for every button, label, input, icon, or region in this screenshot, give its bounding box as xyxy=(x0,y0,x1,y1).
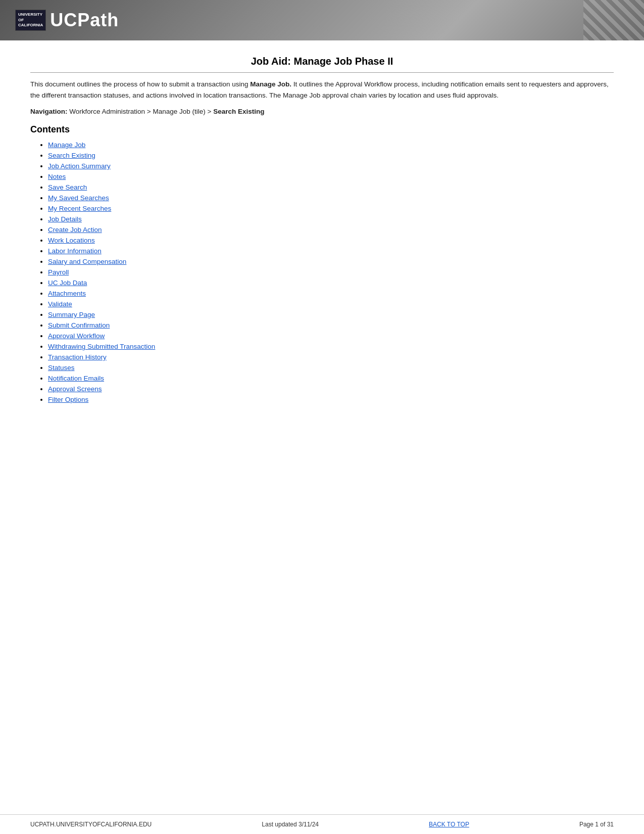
footer-last-updated: Last updated 3/11/24 xyxy=(262,821,319,828)
toc-item: Job Details xyxy=(48,215,614,223)
toc-item: My Recent Searches xyxy=(48,205,614,212)
content-area: Job Aid: Manage Job Phase II This docume… xyxy=(0,40,644,814)
ucpath-logo: UCPath xyxy=(50,10,119,31)
toc-item: Validate xyxy=(48,300,614,308)
toc-link-20[interactable]: Transaction History xyxy=(48,353,107,361)
toc-item: Notification Emails xyxy=(48,375,614,382)
back-to-top-link[interactable]: BACK TO TOP xyxy=(429,821,469,828)
toc-link-4[interactable]: Save Search xyxy=(48,183,87,191)
toc-link-8[interactable]: Create Job Action xyxy=(48,226,102,234)
description: This document outlines the process of ho… xyxy=(30,79,614,101)
toc-link-9[interactable]: Work Locations xyxy=(48,237,95,244)
toc-link-23[interactable]: Approval Screens xyxy=(48,385,102,393)
toc-link-2[interactable]: Job Action Summary xyxy=(48,162,111,170)
toc-link-15[interactable]: Validate xyxy=(48,300,72,308)
logo-block: UNIVERSITYOFCALIFORNIA UCPath xyxy=(15,10,119,31)
toc-item: Notes xyxy=(48,173,614,180)
toc-item: Submit Confirmation xyxy=(48,321,614,329)
toc-item: Attachments xyxy=(48,290,614,297)
toc-link-19[interactable]: Withdrawing Submitted Transaction xyxy=(48,343,155,350)
manage-job-bold: Manage Job. xyxy=(250,80,291,88)
toc-item: Create Job Action xyxy=(48,226,614,234)
contents-heading: Contents xyxy=(30,124,614,135)
toc-link-11[interactable]: Salary and Compensation xyxy=(48,258,126,265)
toc-item: Save Search xyxy=(48,183,614,191)
nav-text: Workforce Administration > Manage Job (t… xyxy=(69,108,213,115)
toc-list: Manage JobSearch ExistingJob Action Summ… xyxy=(30,141,614,403)
toc-item: Salary and Compensation xyxy=(48,258,614,265)
toc-link-12[interactable]: Payroll xyxy=(48,268,69,276)
toc-link-17[interactable]: Submit Confirmation xyxy=(48,321,110,329)
toc-item: UC Job Data xyxy=(48,279,614,287)
toc-item: Search Existing xyxy=(48,152,614,159)
toc-link-13[interactable]: UC Job Data xyxy=(48,279,87,287)
toc-item: My Saved Searches xyxy=(48,194,614,202)
toc-link-21[interactable]: Statuses xyxy=(48,364,75,372)
toc-item: Transaction History xyxy=(48,353,614,361)
toc-link-7[interactable]: Job Details xyxy=(48,215,82,223)
toc-item: Manage Job xyxy=(48,141,614,149)
navigation-line: Navigation: Workforce Administration > M… xyxy=(30,108,614,115)
toc-link-24[interactable]: Filter Options xyxy=(48,396,88,403)
nav-bold: Search Existing xyxy=(213,108,264,115)
toc-link-16[interactable]: Summary Page xyxy=(48,311,95,318)
toc-link-14[interactable]: Attachments xyxy=(48,290,86,297)
page-wrapper: UNIVERSITYOFCALIFORNIA UCPath Job Aid: M… xyxy=(0,0,644,834)
toc-link-3[interactable]: Notes xyxy=(48,173,66,180)
toc-item: Labor Information xyxy=(48,247,614,255)
footer-website: UCPATH.UNIVERSITYOFCALIFORNIA.EDU xyxy=(30,821,152,828)
toc-link-18[interactable]: Approval Workflow xyxy=(48,332,105,340)
university-badge: UNIVERSITYOFCALIFORNIA xyxy=(15,10,46,30)
footer-page-info: Page 1 of 31 xyxy=(579,821,614,828)
toc-link-0[interactable]: Manage Job xyxy=(48,141,85,149)
toc-item: Payroll xyxy=(48,268,614,276)
description-intro: This document outlines the process of ho… xyxy=(30,80,250,88)
toc-item: Job Action Summary xyxy=(48,162,614,170)
toc-link-10[interactable]: Labor Information xyxy=(48,247,102,255)
toc-item: Summary Page xyxy=(48,311,614,318)
page-title: Job Aid: Manage Job Phase II xyxy=(30,56,614,73)
toc-item: Filter Options xyxy=(48,396,614,403)
nav-label: Navigation: xyxy=(30,108,69,115)
header: UNIVERSITYOFCALIFORNIA UCPath xyxy=(0,0,644,40)
toc-item: Withdrawing Submitted Transaction xyxy=(48,343,614,350)
toc-item: Approval Screens xyxy=(48,385,614,393)
footer: UCPATH.UNIVERSITYOFCALIFORNIA.EDU Last u… xyxy=(0,814,644,834)
toc-item: Work Locations xyxy=(48,237,614,244)
toc-link-22[interactable]: Notification Emails xyxy=(48,375,104,382)
toc-link-6[interactable]: My Recent Searches xyxy=(48,205,111,212)
toc-link-1[interactable]: Search Existing xyxy=(48,152,95,159)
toc-item: Statuses xyxy=(48,364,614,372)
toc-link-5[interactable]: My Saved Searches xyxy=(48,194,109,202)
toc-item: Approval Workflow xyxy=(48,332,614,340)
